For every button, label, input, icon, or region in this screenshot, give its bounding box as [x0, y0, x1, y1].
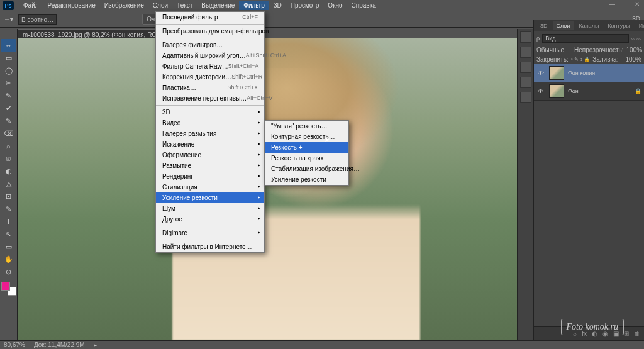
layer-thumb[interactable]: [549, 84, 564, 98]
menu-item[interactable]: Фильтр Camera Raw…Shift+Ctrl+A: [156, 61, 264, 72]
tool-2[interactable]: ◯: [1, 64, 16, 77]
new-layer-icon[interactable]: ⊞: [624, 330, 629, 337]
menu-item[interactable]: Исправление перспективы…Alt+Ctrl+V: [156, 93, 264, 104]
submenu-item[interactable]: Усиление резкости: [265, 174, 348, 185]
panel-tab-3D[interactable]: 3D: [536, 21, 552, 30]
sharpen-submenu[interactable]: "Умная" резкость…Контурная резкость…Резк…: [264, 120, 349, 186]
panel-tab-Каналы[interactable]: Каналы: [575, 21, 602, 30]
menu-окно[interactable]: Окно: [323, 1, 347, 10]
menu-справка[interactable]: Справка: [347, 1, 380, 10]
tool-4[interactable]: ✎: [1, 89, 16, 102]
menu-item[interactable]: Digimarc: [156, 228, 264, 238]
tool-16[interactable]: ▭: [1, 240, 16, 253]
tool-3[interactable]: ✂: [1, 77, 16, 89]
status-arrow-icon[interactable]: ▸: [94, 341, 97, 348]
tool-preset-icon[interactable]: ↔▾: [4, 16, 13, 23]
menu-item[interactable]: Размытие: [156, 160, 264, 171]
menu-item[interactable]: 3D: [156, 107, 264, 118]
layer-thumb[interactable]: [549, 66, 564, 80]
menu-слои[interactable]: Слои: [148, 1, 172, 10]
menu-изображение[interactable]: Изображение: [100, 1, 148, 10]
submenu-item[interactable]: Резкость на краях: [265, 153, 348, 163]
tool-7[interactable]: ⌫: [1, 127, 16, 140]
window-controls[interactable]: — □ ✕: [608, 1, 641, 8]
menu-просмотр[interactable]: Просмотр: [286, 1, 324, 10]
blend-mode-select[interactable]: Обычные: [536, 47, 572, 53]
menu-item[interactable]: Рендеринг: [156, 171, 264, 182]
submenu-item[interactable]: Резкость +: [265, 142, 348, 153]
tool-9[interactable]: ⎚: [1, 152, 16, 165]
filter-menu-dropdown[interactable]: Последний фильтрCtrl+FПреобразовать для …: [155, 11, 265, 253]
menu-bar: Ps ФайлРедактированиеИзображениеСлоиТекс…: [0, 0, 644, 11]
menu-item[interactable]: Галерея размытия: [156, 128, 264, 139]
submenu-item[interactable]: Стабилизация изображения…: [265, 163, 348, 174]
tool-12[interactable]: ⊡: [1, 190, 16, 202]
minimize-icon[interactable]: —: [608, 1, 616, 8]
visibility-icon[interactable]: 👁: [536, 88, 545, 95]
panel-icon[interactable]: [520, 62, 531, 73]
menu-текст[interactable]: Текст: [172, 1, 197, 10]
menu-фильтр[interactable]: Фильтр: [239, 1, 269, 10]
toolbox: ↔▭◯✂✎✔✎⌫⌕⎚◐△⊡✎T↖▭✋⊙: [0, 29, 18, 340]
fill-value[interactable]: 100%: [625, 56, 641, 63]
fg-color-swatch[interactable]: [1, 282, 10, 291]
menu-item[interactable]: Шум: [156, 203, 264, 214]
menu-item[interactable]: Последний фильтрCtrl+F: [156, 12, 264, 23]
menu-item[interactable]: Пластика…Shift+Ctrl+X: [156, 82, 264, 93]
menu-item[interactable]: Оформление: [156, 150, 264, 160]
menu-item[interactable]: Усиление резкости: [156, 192, 264, 203]
canvas-area[interactable]: [18, 38, 533, 340]
tool-5[interactable]: ✔: [1, 102, 16, 114]
panel-icon[interactable]: [520, 47, 531, 58]
close-icon[interactable]: ✕: [633, 1, 641, 8]
menu-3d[interactable]: 3D: [269, 1, 286, 10]
menu-редактирование[interactable]: Редактирование: [43, 1, 100, 10]
tool-14[interactable]: T: [1, 215, 16, 228]
menu-item[interactable]: Искажение: [156, 139, 264, 150]
tool-0[interactable]: ↔: [1, 39, 16, 52]
menu-item[interactable]: Другое: [156, 214, 264, 224]
tool-8[interactable]: ⌕: [1, 140, 16, 152]
tool-17[interactable]: ✋: [1, 253, 16, 265]
layer-filter-select[interactable]: Вид: [542, 34, 629, 43]
tool-10[interactable]: ◐: [1, 165, 16, 177]
tool-15[interactable]: ↖: [1, 228, 16, 240]
opacity-value[interactable]: 100%: [626, 47, 643, 53]
color-swatches[interactable]: [1, 282, 16, 296]
layer-row[interactable]: 👁Фон копия: [534, 64, 644, 82]
panel-icon[interactable]: [520, 31, 531, 43]
delete-layer-icon[interactable]: 🗑: [634, 330, 640, 337]
submenu-item[interactable]: Контурная резкость…: [265, 131, 348, 142]
menu-item[interactable]: Найти фильтры в Интернете…: [156, 241, 264, 252]
panel-tab-Контуры[interactable]: Контуры: [604, 21, 633, 30]
menu-item[interactable]: Адаптивный широкий угол…Alt+Shift+Ctrl+A: [156, 50, 264, 61]
panel-tab-Слои[interactable]: Слои: [553, 21, 574, 30]
layers-panel: 3DСлоиКаналыКонтурыИстория ρ Вид ▫▫▫▫▫ О…: [533, 20, 644, 340]
tool-11[interactable]: △: [1, 177, 16, 190]
menu-item[interactable]: Преобразовать для смарт-фильтров: [156, 26, 264, 36]
zoom-mode-select[interactable]: В соотно…: [18, 14, 57, 25]
menu-item[interactable]: Стилизация: [156, 182, 264, 192]
menu-item[interactable]: Видео: [156, 118, 264, 128]
collapsed-panel-strip[interactable]: [517, 29, 533, 340]
tool-13[interactable]: ✎: [1, 202, 16, 215]
zoom-level[interactable]: 80,67%: [4, 341, 25, 348]
panel-icon[interactable]: [520, 77, 531, 88]
menu-выделение[interactable]: Выделение: [197, 1, 239, 10]
menu-item[interactable]: Галерея фильтров…: [156, 40, 264, 50]
tool-6[interactable]: ✎: [1, 114, 16, 127]
panel-icon[interactable]: [520, 92, 531, 103]
app-logo: Ps: [3, 1, 14, 10]
menu-файл[interactable]: Файл: [19, 1, 43, 10]
tool-18[interactable]: ⊙: [1, 265, 16, 278]
menu-item[interactable]: Коррекция дисторсии…Shift+Ctrl+R: [156, 72, 264, 82]
tool-1[interactable]: ▭: [1, 52, 16, 64]
panel-tabs[interactable]: 3DСлоиКаналыКонтурыИстория: [534, 20, 644, 31]
visibility-icon[interactable]: 👁: [536, 70, 545, 77]
panel-tab-История[interactable]: История: [635, 21, 644, 30]
submenu-item[interactable]: "Умная" резкость…: [265, 121, 348, 131]
doc-size[interactable]: Док: 11,4M/22,9M: [34, 341, 85, 348]
layer-row[interactable]: 👁Фон🔒: [534, 82, 644, 101]
watermark: Foto komok.ru: [561, 319, 624, 335]
maximize-icon[interactable]: □: [620, 1, 629, 8]
